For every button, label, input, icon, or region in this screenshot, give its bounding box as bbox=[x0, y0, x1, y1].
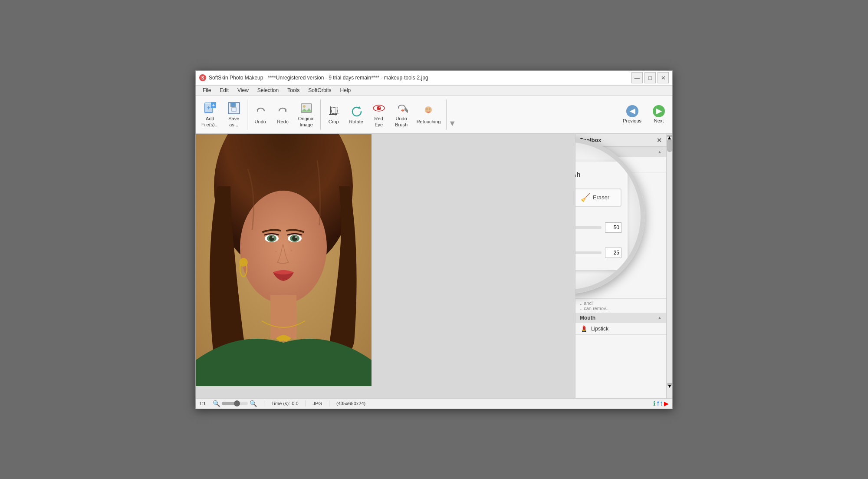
previous-label: Previous bbox=[623, 118, 641, 124]
svg-rect-15 bbox=[332, 108, 337, 113]
redo-button[interactable]: Redo bbox=[272, 98, 294, 132]
svg-point-21 bbox=[379, 107, 380, 108]
menu-file[interactable]: File bbox=[199, 86, 214, 94]
brush-eraser-row: 🖌️ Brush 🧹 Eraser bbox=[575, 188, 621, 207]
lipstick-icon: 💄 bbox=[580, 325, 588, 333]
eraser-button[interactable]: 🧹 Eraser bbox=[575, 188, 621, 207]
menu-selection[interactable]: Selection bbox=[254, 86, 282, 94]
main-scrollbar[interactable]: ▲ ▼ bbox=[666, 134, 672, 398]
retouching-button[interactable]: Retouching bbox=[413, 98, 445, 132]
zoom-slider[interactable] bbox=[222, 402, 248, 405]
scroll-thumb[interactable] bbox=[667, 139, 672, 152]
add-files-button[interactable]: + + AddFile(s)... bbox=[197, 98, 223, 132]
undo-icon bbox=[253, 104, 267, 118]
next-button[interactable]: ▶ Next bbox=[647, 103, 671, 126]
radius-label: Radius bbox=[575, 214, 621, 220]
svg-point-34 bbox=[272, 236, 274, 238]
smudge-brush-title: Smudge Brush bbox=[575, 171, 581, 179]
zoom-value: 1:1 bbox=[199, 401, 206, 406]
color-intensity-section: Color intensity 25 bbox=[575, 239, 621, 258]
main-window: S SoftSkin Photo Makeup - ****Unregister… bbox=[195, 70, 673, 409]
toolbar-more-dropdown[interactable]: ▼ bbox=[448, 119, 456, 128]
save-as-button[interactable]: Saveas... bbox=[223, 98, 245, 132]
color-intensity-value[interactable]: 25 bbox=[605, 248, 621, 258]
zoom-in-button[interactable]: 🔍 bbox=[250, 400, 257, 407]
menu-edit[interactable]: Edit bbox=[216, 86, 232, 94]
red-eye-label: RedEye bbox=[375, 116, 383, 127]
rotate-icon bbox=[349, 104, 363, 118]
original-image-label: OriginalImage bbox=[298, 116, 315, 127]
undo-brush-button[interactable]: UndoBrush bbox=[390, 98, 413, 132]
time-status: Time (s): 0.0 bbox=[271, 401, 298, 406]
toolbox-close-button[interactable]: ✕ bbox=[657, 137, 662, 144]
svg-point-38 bbox=[295, 236, 297, 238]
maximize-button[interactable]: □ bbox=[644, 72, 656, 83]
separator-status-1 bbox=[264, 400, 264, 406]
facebook-icon[interactable]: f bbox=[657, 400, 659, 407]
svg-rect-30 bbox=[270, 295, 296, 338]
menu-bar: File Edit View Selection Tools SoftOrbit… bbox=[196, 86, 672, 96]
close-button[interactable]: ✕ bbox=[658, 72, 669, 83]
crop-button[interactable]: Crop bbox=[322, 98, 345, 132]
app-icon: S bbox=[199, 74, 206, 81]
crop-icon bbox=[327, 104, 341, 118]
svg-point-12 bbox=[303, 105, 306, 108]
youtube-icon[interactable]: ▶ bbox=[664, 400, 669, 407]
toolbox-panel: Toolbox ✕ Skin ▲ ⬛ bbox=[575, 134, 666, 398]
svg-rect-23 bbox=[404, 108, 408, 113]
zoom-fill bbox=[222, 402, 235, 405]
rotate-button[interactable]: Rotate bbox=[345, 98, 368, 132]
svg-rect-6 bbox=[230, 102, 236, 107]
photo-area[interactable] bbox=[196, 134, 575, 398]
svg-point-25 bbox=[426, 109, 428, 109]
zoom-thumb[interactable] bbox=[234, 400, 240, 406]
smudge-area: ◀ Smudge Brush 🖌️ Brush 🧹 bbox=[575, 172, 666, 298]
separator-status-2 bbox=[306, 400, 306, 406]
radius-track[interactable] bbox=[575, 226, 602, 229]
toolbar: + + AddFile(s)... Saveas... bbox=[196, 96, 672, 134]
status-bar: 1:1 🔍 🔍 Time (s): 0.0 JPG (435x650x24) ℹ… bbox=[196, 398, 672, 409]
lipstick-tool[interactable]: 💄 Lipstick bbox=[575, 323, 666, 334]
smudge-title-row: ◀ Smudge Brush bbox=[575, 168, 621, 182]
svg-point-43 bbox=[284, 253, 285, 254]
dimensions-value: (435x650x24) bbox=[336, 401, 365, 406]
next-arrow-icon: ▶ bbox=[653, 105, 665, 117]
time-value: 0.0 bbox=[292, 401, 298, 406]
previous-button[interactable]: ◀ Previous bbox=[617, 103, 647, 126]
menu-tools[interactable]: Tools bbox=[284, 86, 303, 94]
color-intensity-label: Color intensity bbox=[575, 239, 621, 245]
scroll-up-button[interactable]: ▲ bbox=[667, 135, 672, 137]
scroll-down-button[interactable]: ▼ bbox=[667, 383, 672, 386]
rotate-label: Rotate bbox=[349, 119, 363, 125]
mouth-section-header[interactable]: Mouth ▲ bbox=[575, 313, 666, 323]
svg-text:+: + bbox=[207, 104, 210, 111]
menu-softorbits[interactable]: SoftOrbits bbox=[305, 86, 335, 94]
lipstick-label: Lipstick bbox=[591, 326, 608, 332]
format-value: JPG bbox=[313, 401, 322, 406]
info-icon: ℹ bbox=[653, 400, 655, 407]
radius-section: Radius 50 bbox=[575, 214, 621, 233]
color-intensity-track[interactable] bbox=[575, 251, 602, 254]
eraser-label: Eraser bbox=[593, 194, 609, 201]
undo-button[interactable]: Undo bbox=[249, 98, 272, 132]
mouth-section-arrow: ▲ bbox=[658, 315, 662, 320]
zoom-controls: 🔍 🔍 bbox=[213, 400, 257, 407]
retouching-icon bbox=[421, 104, 435, 118]
format-status: JPG bbox=[313, 401, 322, 406]
radius-value[interactable]: 50 bbox=[605, 222, 621, 233]
original-image-icon bbox=[299, 101, 313, 115]
menu-view[interactable]: View bbox=[234, 86, 252, 94]
retouching-label: Retouching bbox=[417, 119, 441, 125]
zoom-out-button[interactable]: 🔍 bbox=[213, 400, 220, 407]
red-eye-button[interactable]: RedEye bbox=[368, 98, 390, 132]
redo-icon bbox=[276, 104, 290, 118]
original-image-button[interactable]: OriginalImage bbox=[294, 98, 319, 132]
title-bar-left: S SoftSkin Photo Makeup - ****Unregister… bbox=[199, 74, 428, 81]
minimize-button[interactable]: — bbox=[631, 72, 643, 83]
twitter-icon[interactable]: t bbox=[661, 400, 662, 407]
smudge-brush-panel: ◀ Smudge Brush 🖌️ Brush 🧹 bbox=[575, 162, 628, 270]
menu-help[interactable]: Help bbox=[337, 86, 355, 94]
skin-section-arrow: ▲ bbox=[658, 149, 662, 154]
svg-point-42 bbox=[291, 250, 292, 251]
svg-point-26 bbox=[429, 109, 431, 109]
